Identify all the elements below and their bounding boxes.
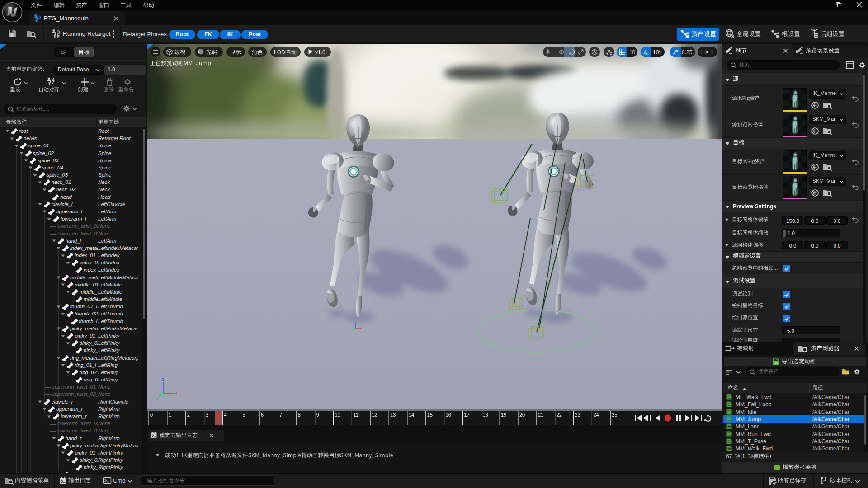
svg-text:7: 7: [279, 412, 282, 418]
svg-text:Y: Y: [156, 397, 159, 401]
svg-text:10: 10: [335, 412, 340, 418]
svg-text:24: 24: [593, 412, 599, 418]
svg-text:15: 15: [427, 412, 433, 418]
svg-text:23: 23: [575, 412, 580, 418]
svg-text:12: 12: [372, 412, 377, 418]
svg-text:2: 2: [187, 412, 190, 418]
svg-text:14: 14: [409, 412, 414, 418]
svg-text:21: 21: [538, 412, 543, 418]
svg-text:5: 5: [242, 412, 245, 418]
svg-text:9: 9: [316, 412, 319, 418]
svg-text:18: 18: [482, 412, 488, 418]
svg-text:22: 22: [557, 412, 562, 418]
svg-text:4: 4: [224, 412, 226, 418]
svg-text:17: 17: [464, 412, 470, 418]
svg-text:1: 1: [169, 412, 171, 418]
svg-text:8: 8: [298, 412, 301, 418]
svg-text:3: 3: [206, 412, 208, 418]
svg-text:13: 13: [390, 412, 396, 418]
svg-text:Z: Z: [162, 377, 165, 382]
svg-text:16: 16: [446, 412, 451, 418]
svg-text:6: 6: [261, 412, 264, 418]
svg-text:20: 20: [519, 412, 525, 418]
svg-text:X: X: [175, 391, 177, 396]
svg-text:19: 19: [501, 412, 506, 418]
svg-text:25: 25: [612, 412, 617, 418]
svg-text:0: 0: [150, 412, 153, 418]
svg-text:11: 11: [353, 412, 358, 418]
